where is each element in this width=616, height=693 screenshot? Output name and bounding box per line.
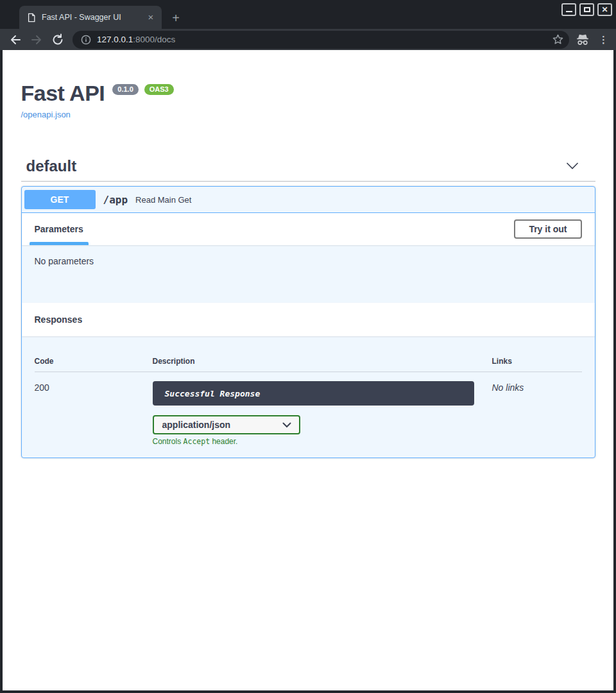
version-badge: 0.1.0 [112, 84, 138, 95]
note-suffix: header. [210, 437, 237, 446]
incognito-icon [576, 33, 590, 46]
bookmark-star-icon[interactable] [552, 33, 564, 46]
openapi-spec-link[interactable]: /openapi.json [21, 110, 71, 119]
response-code: 200 [35, 381, 153, 406]
operation-description: Read Main Get [135, 195, 191, 205]
accept-header-note: Controls Accept header. [153, 437, 582, 446]
tab-parameters[interactable]: Parameters [30, 213, 89, 245]
response-description: Successful Response [165, 389, 261, 398]
media-type-row: application/json Controls Accept header. [153, 415, 582, 446]
tag-section-header[interactable]: default [21, 157, 595, 175]
note-prefix: Controls [153, 437, 184, 446]
close-icon: ✕ [601, 6, 608, 13]
section-divider [21, 181, 595, 182]
media-type-value: application/json [162, 420, 231, 430]
response-description-box: Successful Response [153, 381, 474, 406]
maximize-icon [584, 7, 590, 12]
tab-title: Fast API - Swagger UI [42, 13, 145, 22]
select-chevron-icon [282, 422, 291, 428]
address-bar[interactable]: 127.0.0.1:8000/docs [73, 31, 569, 49]
operation-summary[interactable]: GET /app Read Main Get [22, 187, 595, 213]
opblock-get-app: GET /app Read Main Get Parameters Try it… [21, 186, 595, 458]
no-parameters-text: No parameters [35, 256, 94, 266]
response-row-200: 200 Successful Response No links [35, 372, 582, 406]
page-favicon-icon [27, 13, 36, 22]
try-it-out-button[interactable]: Try it out [514, 219, 581, 239]
browser-toolbar: 127.0.0.1:8000/docs ⋮ [0, 29, 616, 50]
chevron-down-icon[interactable] [566, 162, 579, 170]
column-code: Code [35, 357, 153, 366]
maximize-button[interactable] [579, 3, 594, 16]
tab-close-icon[interactable]: × [145, 12, 157, 23]
responses-table-header: Code Description Links [35, 336, 582, 372]
toolbar-right: ⋮ [576, 33, 608, 46]
url-text: 127.0.0.1:8000/docs [97, 35, 552, 44]
window-controls: ✕ [561, 3, 612, 16]
tag-name: default [26, 157, 77, 175]
media-type-select[interactable]: application/json [153, 415, 300, 434]
new-tab-button[interactable]: + [168, 11, 184, 26]
parameters-header: Parameters Try it out [22, 213, 595, 245]
method-badge: GET [24, 190, 96, 209]
api-title: Fast API [21, 82, 105, 104]
reload-icon[interactable] [51, 33, 64, 46]
browser-tab[interactable]: Fast API - Swagger UI × [19, 6, 162, 29]
responses-header: Responses [22, 303, 595, 336]
close-button[interactable]: ✕ [597, 3, 612, 16]
minimize-icon [566, 11, 572, 12]
parameters-body: No parameters [22, 245, 595, 303]
back-icon[interactable] [9, 33, 22, 46]
browser-window: Fast API - Swagger UI × + ✕ 127.0.0 [0, 0, 616, 693]
page-content: Fast API 0.1.0 OAS3 /openapi.json defaul… [3, 50, 613, 690]
browser-menu-icon[interactable]: ⋮ [599, 34, 608, 46]
parameters-label: Parameters [35, 224, 83, 234]
note-accept-code: Accept [184, 437, 210, 446]
responses-label: Responses [35, 314, 83, 325]
api-info: Fast API 0.1.0 OAS3 [21, 82, 595, 104]
site-info-icon[interactable] [81, 35, 91, 45]
url-host: 127.0.0.1 [97, 35, 133, 44]
url-path: :8000/docs [133, 35, 175, 44]
response-links: No links [492, 381, 582, 406]
column-description: Description [153, 357, 492, 366]
api-badges: 0.1.0 OAS3 [112, 84, 173, 95]
column-links: Links [492, 357, 582, 366]
operation-path: /app [103, 194, 128, 206]
forward-icon[interactable] [30, 33, 43, 46]
oas-badge: OAS3 [144, 84, 174, 95]
browser-titlebar: Fast API - Swagger UI × + ✕ [0, 0, 616, 29]
minimize-button[interactable] [561, 3, 576, 16]
responses-body: Code Description Links 200 Successful Re… [22, 336, 595, 458]
swagger-ui: Fast API 0.1.0 OAS3 /openapi.json defaul… [21, 50, 595, 458]
